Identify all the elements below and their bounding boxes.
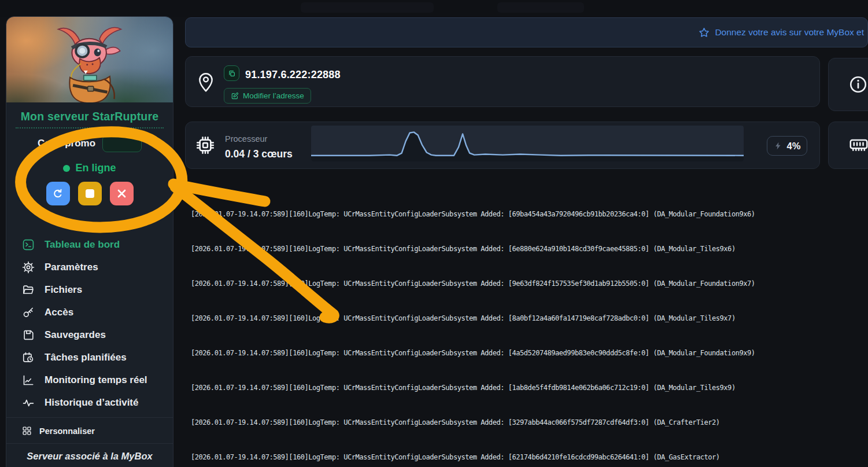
edit-address-button[interactable]: Modifier l’adresse: [224, 88, 311, 104]
sidebar-item-taches-planifiees[interactable]: Tâches planifiées: [6, 346, 173, 369]
sidebar-item-label: Accès: [45, 307, 73, 318]
sidebar-item-personnaliser[interactable]: Personnaliser: [6, 418, 173, 443]
associated-mybox-label: Serveur associé à la MyBox: [6, 451, 173, 462]
cpu-percentage-value: 4%: [787, 141, 801, 152]
ghost-shape: [301, 2, 434, 13]
info-icon: [848, 75, 868, 94]
calendar-clock-icon: [22, 351, 35, 364]
cpu-chip-icon: [195, 135, 216, 156]
cpu-sparkline-chart: [311, 126, 744, 161]
sidebar-item-historique-activite[interactable]: Historique d’activité: [6, 391, 173, 414]
close-icon: [117, 189, 127, 198]
main-topbar: Donnez votre avis sur votre MyBox et: [185, 17, 868, 47]
sidebar-item-acces[interactable]: Accès: [6, 301, 173, 323]
edit-address-label: Modifier l’adresse: [243, 91, 304, 100]
log-line: [2026.01.07-19.14.07:589][160]LogTemp: U…: [191, 417, 868, 428]
sidebar-item-tableau-de-bord[interactable]: Tableau de bord: [6, 233, 173, 256]
folder-icon: [22, 284, 35, 296]
online-status-label: En ligne: [75, 162, 116, 174]
sidebar-item-label: Historique d’activité: [45, 397, 138, 409]
feedback-link[interactable]: Donnez votre avis sur votre MyBox et: [699, 27, 864, 38]
ram-mini-card[interactable]: [828, 122, 868, 169]
sidebar-item-parametres[interactable]: Paramètres: [6, 256, 173, 278]
server-log-console[interactable]: [2026.01.07-19.14.07:589][160]LogTemp: U…: [191, 185, 868, 467]
log-line: [2026.01.07-19.14.07:589][160]LogTemp: U…: [191, 451, 868, 463]
cpu-sparkline-svg: [311, 126, 744, 161]
stop-server-button[interactable]: [78, 182, 102, 205]
activity-icon: [22, 396, 35, 409]
log-line: [2026.01.07-19.14.07:589][160]LogTemp: U…: [191, 208, 868, 220]
sidebar-item-fichiers[interactable]: Fichiers: [6, 278, 173, 301]
server-address-card: 91.197.6.222:22888 Modifier l’adresse: [185, 56, 820, 107]
log-line: [2026.01.07-19.14.07:589][160]LogTemp: U…: [191, 347, 868, 359]
server-controls: [6, 182, 173, 205]
sidebar-item-label: Monitoring temps réel: [45, 374, 147, 386]
top-cropped-strip: [0, 0, 868, 17]
copy-ip-button[interactable]: [224, 65, 239, 81]
lightning-icon: [774, 141, 782, 150]
log-line: [2026.01.07-19.14.07:589][160]LogTemp: U…: [191, 278, 868, 289]
feedback-link-label: Donnez votre avis sur votre MyBox et: [715, 27, 864, 38]
sidebar-item-label: Fichiers: [45, 284, 82, 296]
cpu-usage-value: 0.04 / 3 cœurs: [225, 148, 293, 160]
info-mini-card[interactable]: [828, 58, 868, 111]
sidebar: Mon serveur StarRupture Code promo En li…: [6, 16, 173, 467]
sidebar-item-label: Tâches planifiées: [45, 352, 127, 363]
chart-icon: [22, 374, 35, 387]
cpu-card: Processeur 0.04 / 3 cœurs 4%: [185, 122, 820, 169]
server-status: En ligne: [6, 162, 173, 174]
server-name-underline: [16, 127, 164, 128]
sidebar-footer: Serveur associé à la MyBox Ma MyBox: [6, 443, 173, 467]
sidebar-item-label: Tableau de bord: [45, 239, 120, 251]
stop-icon: [86, 189, 94, 198]
sidebar-item-sauvegardes[interactable]: Sauvegardes: [6, 323, 173, 346]
cpu-card-title: Processeur: [225, 134, 267, 144]
sidebar-item-label: Paramètres: [45, 262, 98, 273]
sidebar-menu: Tableau de bord Paramètres Fichiers: [6, 233, 173, 467]
save-icon: [22, 329, 35, 341]
server-name: Mon serveur StarRupture: [6, 110, 173, 123]
cpu-percentage-badge: 4%: [767, 136, 807, 156]
ram-icon: [848, 137, 868, 154]
restart-icon: [52, 188, 64, 200]
online-status-dot: [63, 165, 70, 172]
log-line: [2026.01.07-19.14.07:589][160]LogTemp: U…: [191, 382, 868, 394]
sidebar-item-monitoring-temps-reel[interactable]: Monitoring temps réel: [6, 369, 173, 391]
gear-icon: [22, 261, 35, 274]
key-icon: [22, 306, 35, 319]
promo-label: Code promo: [38, 138, 95, 149]
server-avatar-image: [6, 17, 173, 102]
ghost-shape: [497, 2, 584, 13]
promo-code-badge[interactable]: [102, 135, 142, 152]
promo-row: Code promo: [6, 135, 173, 152]
terminal-icon: [22, 238, 35, 251]
server-ip-address[interactable]: 91.197.6.222:22888: [245, 69, 341, 81]
kill-server-button[interactable]: [110, 182, 134, 205]
sidebar-item-label: Sauvegardes: [45, 329, 106, 341]
star-icon: [699, 27, 710, 38]
log-line: [2026.01.07-19.14.07:589][160]LogTemp: U…: [191, 243, 868, 255]
copy-icon: [228, 69, 236, 78]
grid-icon: [22, 426, 32, 436]
location-pin-icon: [197, 71, 215, 93]
restart-server-button[interactable]: [46, 182, 70, 205]
personnaliser-label: Personnaliser: [39, 426, 95, 436]
dragon-mascot-illustration: [40, 23, 139, 102]
log-line: [2026.01.07-19.14.07:589][160]LogTemp: U…: [191, 312, 868, 324]
edit-icon: [231, 92, 239, 100]
